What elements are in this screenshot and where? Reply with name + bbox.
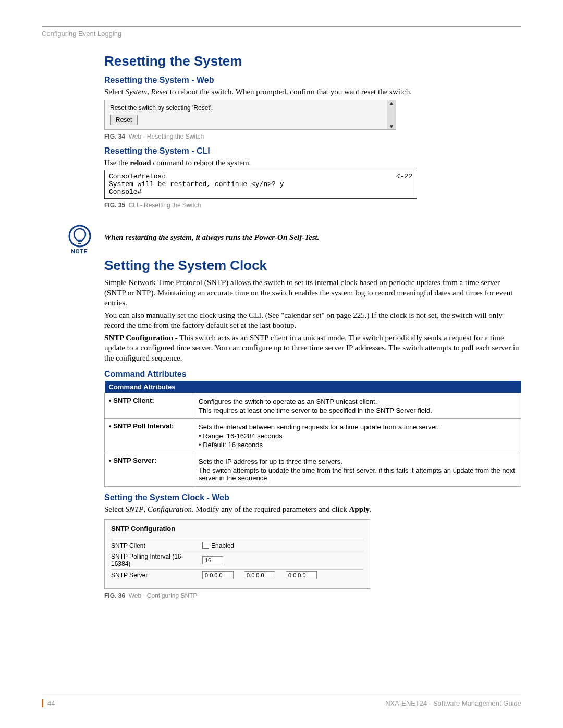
p-resetting-cli: Use the reload command to reboot the sys… xyxy=(104,158,521,168)
note-icon: NOTE xyxy=(65,225,94,254)
sntp-server-input-2[interactable]: 0.0.0.0 xyxy=(244,571,275,579)
p-clock-3: SNTP Configuration - This switch acts as… xyxy=(104,333,521,364)
scroll-up-icon[interactable]: ▲ xyxy=(389,100,394,106)
scrollbar[interactable]: ▲ ▼ xyxy=(387,100,396,129)
sntp-client-checkbox[interactable] xyxy=(202,542,209,549)
command-attributes-table: Command Attributes • SNTP Client:Configu… xyxy=(104,381,521,487)
h2-clock-web: Setting the System Clock - Web xyxy=(104,493,521,502)
attr-desc: Configures the switch to operate as an S… xyxy=(194,393,521,419)
p-clock-1: Simple Network Time Protocol (SNTP) allo… xyxy=(104,278,521,309)
sntp-config-title: SNTP Configuration xyxy=(111,525,363,533)
footer-title: NXA-ENET24 - Software Management Guide xyxy=(385,699,521,707)
attr-key: • SNTP Client: xyxy=(105,393,194,419)
cli-box: Console#reload System will be restarted,… xyxy=(104,170,417,199)
p-resetting-web: Select System, Reset to reboot the switc… xyxy=(104,87,521,97)
sntp-server-label: SNTP Server xyxy=(111,572,202,579)
fig34-text: Reset the switch by selecting 'Reset'. xyxy=(110,104,390,112)
attr-desc: Sets the interval between sending reques… xyxy=(194,419,521,453)
cli-output: Console#reload System will be restarted,… xyxy=(109,172,284,196)
sntp-server-input-1[interactable]: 0.0.0.0 xyxy=(202,571,234,579)
fig36-box: SNTP Configuration SNTP Client Enabled S… xyxy=(104,519,370,589)
sntp-poll-label: SNTP Polling Interval (16-16384) xyxy=(111,553,202,567)
h2-command-attributes: Command Attributes xyxy=(104,369,521,379)
fig36-caption: FIG. 36 Web - Configuring SNTP xyxy=(104,592,521,599)
sntp-poll-input[interactable]: 16 xyxy=(202,556,223,564)
table-row: • SNTP Poll Interval:Sets the interval b… xyxy=(105,419,521,453)
fig34-box: Reset the switch by selecting 'Reset'. R… xyxy=(104,100,396,130)
page-number: 44 xyxy=(42,699,55,707)
fig34-caption: FIG. 34 Web - Resetting the Switch xyxy=(104,133,521,140)
table-row: • SNTP Client:Configures the switch to o… xyxy=(105,393,521,419)
note-text: When restarting the system, it always ru… xyxy=(104,225,521,242)
p-clock-2: You can also manually set the clock usin… xyxy=(104,311,521,331)
reset-button[interactable]: Reset xyxy=(110,115,138,125)
note-label: NOTE xyxy=(65,249,94,254)
p-clock-web: Select SNTP, Configuration. Modify any o… xyxy=(104,504,521,515)
sntp-server-input-3[interactable]: 0.0.0.0 xyxy=(286,571,317,579)
h1-resetting-system: Resetting the System xyxy=(104,53,521,69)
table-row: • SNTP Server:Sets the IP address for up… xyxy=(105,453,521,487)
h1-system-clock: Setting the System Clock xyxy=(104,257,521,274)
attr-key: • SNTP Poll Interval: xyxy=(105,419,194,453)
sntp-client-enabled: Enabled xyxy=(211,542,234,549)
attr-desc: Sets the IP address for up to three time… xyxy=(194,453,521,487)
running-head: Configuring Event Logging xyxy=(42,30,521,38)
sntp-client-label: SNTP Client xyxy=(111,542,202,549)
page-footer: 44 NXA-ENET24 - Software Management Guid… xyxy=(42,696,521,707)
cli-ref: 4-22 xyxy=(396,172,412,196)
attr-key: • SNTP Server: xyxy=(105,453,194,487)
table-header: Command Attributes xyxy=(105,381,521,393)
scroll-down-icon[interactable]: ▼ xyxy=(389,124,394,129)
fig35-caption: FIG. 35 CLI - Resetting the Switch xyxy=(104,202,521,209)
h2-resetting-cli: Resetting the System - CLI xyxy=(104,146,521,156)
h2-resetting-web: Resetting the System - Web xyxy=(104,76,521,85)
